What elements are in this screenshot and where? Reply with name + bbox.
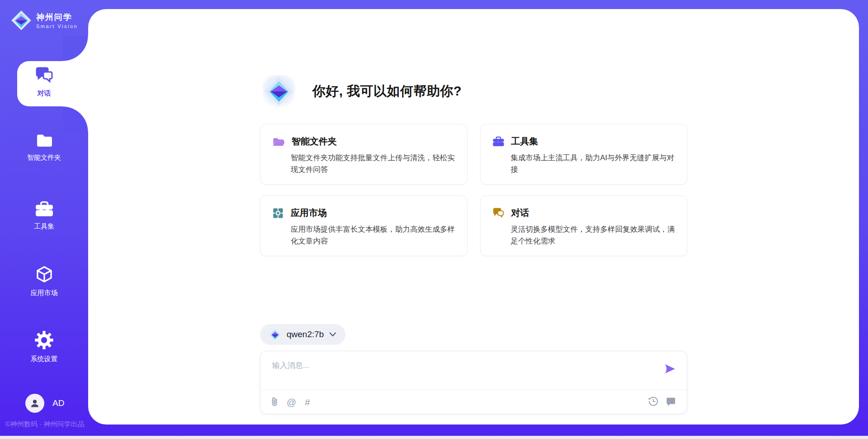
brand-diamond-icon (11, 10, 32, 31)
main-panel: 你好, 我可以如何帮助你? 智能文件夹 智能文件夹功能支持批量文件上传与清洗，轻… (88, 9, 859, 425)
model-name: qwen2:7b (287, 329, 324, 339)
chat-icon (34, 66, 54, 84)
avatar (25, 394, 44, 413)
paperclip-icon (271, 396, 278, 408)
send-button[interactable] (664, 363, 676, 375)
message-input[interactable] (272, 361, 654, 370)
send-icon (664, 363, 676, 375)
card-description: 集成市场上主流工具，助力AI与外界无缝扩展与对接 (511, 152, 675, 175)
history-button[interactable] (648, 396, 659, 407)
history-icon (648, 396, 659, 407)
message-composer: @ # (260, 351, 687, 414)
horizontal-scrollbar[interactable] (0, 436, 868, 439)
card-smart-folder[interactable]: 智能文件夹 智能文件夹功能支持批量文件上传与清洗，轻松实现文件问答 (260, 124, 467, 185)
card-toolset[interactable]: 工具集 集成市场上主流工具，助力AI与外界无缝扩展与对接 (480, 124, 688, 185)
folder-open-icon (272, 136, 285, 147)
grid-icon (272, 207, 284, 219)
folder-icon (35, 132, 54, 148)
sidebar-item-label: 对话 (38, 89, 51, 98)
feedback-button[interactable] (666, 396, 676, 406)
gear-icon (34, 330, 54, 350)
sidebar-item-chat[interactable]: 对话 (0, 66, 88, 98)
brand-subtitle: Smart Vision (36, 24, 78, 29)
card-description: 应用市场提供丰富长文本模板，助力高效生成多样化文章内容 (291, 224, 455, 247)
chat-icon (492, 207, 505, 219)
attach-button[interactable] (271, 396, 278, 408)
sidebar-item-settings[interactable]: 系统设置 (0, 330, 88, 363)
user-initials: AD (52, 398, 64, 408)
sidebar-item-label: 应用市场 (31, 289, 58, 297)
greeting-logo (260, 72, 298, 110)
diamond-logo-icon (264, 76, 294, 106)
cube-icon (34, 265, 54, 284)
toolbox-icon (35, 200, 54, 217)
topic-button[interactable]: # (305, 397, 310, 407)
copyright-footer: ©神州数码 · 神州问学出品 (5, 420, 84, 429)
greeting-block: 你好, 我可以如何帮助你? (260, 72, 687, 110)
user-account[interactable]: AD (25, 394, 64, 413)
sidebar-item-label: 系统设置 (31, 355, 58, 363)
card-description: 灵活切换多模型文件，支持多样回复效果调试，满足个性化需求 (511, 224, 675, 247)
mention-button[interactable]: @ (287, 397, 296, 407)
card-title: 工具集 (511, 135, 538, 148)
composer-divider (260, 390, 687, 390)
card-app-market[interactable]: 应用市场 应用市场提供丰富长文本模板，助力高效生成多样化文章内容 (260, 196, 467, 256)
feature-cards: 智能文件夹 智能文件夹功能支持批量文件上传与清洗，轻松实现文件问答 工具集 集成… (260, 124, 687, 256)
sidebar: 神州问学 Smart Vision 对话 智能文件夹 工具集 应用市场 系统设置… (0, 0, 88, 436)
model-selector[interactable]: qwen2:7b (260, 324, 345, 345)
active-nav-fillet-bottom (63, 106, 88, 132)
card-title: 对话 (511, 207, 529, 219)
greeting-text: 你好, 我可以如何帮助你? (312, 82, 462, 100)
sidebar-item-toolset[interactable]: 工具集 (0, 200, 88, 231)
card-chat[interactable]: 对话 灵活切换多模型文件，支持多样回复效果调试，满足个性化需求 (480, 196, 688, 256)
speech-bubble-icon (666, 396, 676, 406)
sidebar-item-smart-folder[interactable]: 智能文件夹 (0, 132, 88, 162)
model-diamond-icon (269, 329, 281, 341)
card-description: 智能文件夹功能支持批量文件上传与清洗，轻松实现文件问答 (291, 152, 455, 175)
person-icon (29, 397, 41, 409)
sidebar-item-label: 智能文件夹 (27, 153, 61, 162)
card-title: 智能文件夹 (292, 135, 337, 148)
active-nav-fillet-top (63, 36, 88, 61)
brand: 神州问学 Smart Vision (11, 10, 78, 31)
brand-name: 神州问学 (36, 12, 78, 23)
sidebar-item-label: 工具集 (34, 222, 54, 231)
toolbox-icon (492, 136, 505, 147)
sidebar-item-app-market[interactable]: 应用市场 (0, 265, 88, 297)
chevron-down-icon (329, 332, 336, 337)
card-title: 应用市场 (291, 207, 327, 219)
